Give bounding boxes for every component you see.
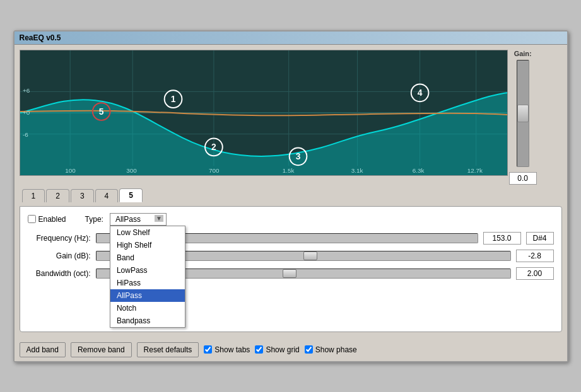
svg-text:1: 1 [170, 94, 175, 104]
add-band-button[interactable]: Add band [20, 342, 66, 357]
show-grid-label: Show grid [266, 345, 299, 354]
type-row: Enabled Type: AllPass Low Shelf High She… [28, 213, 554, 226]
svg-text:700: 700 [208, 167, 219, 174]
bandwidth-row: Bandwidth (oct): 2.00 [28, 267, 554, 280]
svg-text:2: 2 [211, 142, 216, 152]
type-select-button[interactable]: AllPass [110, 213, 167, 226]
gain-db-label: Gain (dB): [28, 251, 91, 260]
svg-text:+6: +6 [22, 87, 30, 94]
gain-value-box: 0.0 [509, 172, 537, 185]
svg-text:1.5k: 1.5k [282, 167, 294, 174]
show-grid-group: Show grid [255, 345, 299, 354]
bandwidth-label: Bandwidth (oct): [28, 269, 91, 278]
type-label: Type: [85, 215, 103, 224]
svg-text:4: 4 [417, 88, 422, 98]
show-tabs-checkbox[interactable] [204, 345, 212, 354]
type-dropdown-menu: Low Shelf High Shelf Band LowPass HiPass… [110, 226, 185, 328]
left-panel: 1 2 3 4 5 +6 +0 -6 1 [20, 50, 562, 332]
dropdown-item-highshelf[interactable]: High Shelf [110, 239, 185, 251]
svg-text:300: 300 [126, 167, 137, 174]
gain-value: -2.8 [516, 250, 554, 262]
enabled-checkbox-group: Enabled [28, 215, 66, 224]
bottom-bar: Add band Remove band Reset defaults Show… [15, 337, 567, 361]
svg-text:5: 5 [98, 106, 103, 116]
tab-4[interactable]: 4 [95, 189, 119, 202]
enabled-checkbox[interactable] [28, 215, 36, 223]
show-phase-group: Show phase [305, 345, 357, 354]
show-tabs-group: Show tabs [204, 345, 250, 354]
tab-2[interactable]: 2 [46, 189, 69, 202]
svg-text:3.1k: 3.1k [351, 167, 363, 174]
graph-container: 1 2 3 4 5 +6 +0 -6 1 [20, 50, 562, 185]
show-phase-label: Show phase [315, 345, 357, 354]
gain-panel: Gain: 0.0 [512, 50, 534, 185]
tab-1[interactable]: 1 [22, 189, 45, 202]
remove-band-button[interactable]: Remove band [71, 342, 132, 357]
bandwidth-value: 2.00 [516, 267, 554, 280]
svg-text:12.7k: 12.7k [467, 167, 482, 174]
reset-defaults-button[interactable]: Reset defaults [137, 342, 199, 357]
frequency-note: D#4 [526, 232, 554, 245]
eq-graph[interactable]: 1 2 3 4 5 +6 +0 -6 1 [20, 50, 508, 176]
dropdown-item-bandpass[interactable]: Bandpass [110, 314, 185, 327]
dropdown-item-hipass[interactable]: HiPass [110, 277, 185, 289]
bandwidth-slider-thumb[interactable] [283, 269, 296, 278]
tabs-row: 1 2 3 4 5 [20, 188, 562, 202]
gain-row: Gain (dB): -2.8 [28, 250, 554, 262]
svg-text:-6: -6 [22, 130, 28, 137]
frequency-label: Frequency (Hz): [28, 234, 91, 243]
enabled-label: Enabled [38, 215, 66, 224]
gain-label: Gain: [514, 50, 532, 57]
dropdown-item-lowpass[interactable]: LowPass [110, 264, 185, 277]
frequency-row: Frequency (Hz): 153.0 D#4 [28, 232, 554, 245]
frequency-value: 153.0 [483, 232, 521, 245]
main-window: ReaEQ v0.5 [13, 30, 568, 362]
tab-3[interactable]: 3 [71, 189, 94, 202]
dropdown-item-allpass[interactable]: AllPass [110, 289, 185, 302]
gain-slider-track[interactable] [517, 60, 529, 167]
window-title: ReaEQ v0.5 [20, 33, 61, 42]
show-grid-checkbox[interactable] [255, 345, 263, 354]
gain-slider-thumb[interactable] [517, 105, 529, 122]
controls-panel: Enabled Type: AllPass Low Shelf High She… [20, 206, 562, 332]
svg-text:100: 100 [65, 167, 76, 174]
svg-text:3: 3 [295, 151, 300, 161]
eq-canvas: 1 2 3 4 5 +6 +0 -6 1 [20, 50, 507, 175]
type-select-wrapper: AllPass Low Shelf High Shelf Band LowPas… [110, 213, 167, 226]
title-bar: ReaEQ v0.5 [15, 32, 567, 45]
svg-text:+0: +0 [22, 108, 30, 115]
show-tabs-label: Show tabs [214, 345, 250, 354]
dropdown-item-band[interactable]: Band [110, 251, 185, 264]
svg-text:6.3k: 6.3k [412, 167, 424, 174]
dropdown-item-lowshelf[interactable]: Low Shelf [110, 226, 185, 239]
gain-slider-thumb-hz[interactable] [303, 251, 317, 260]
dropdown-item-notch[interactable]: Notch [110, 302, 185, 314]
show-phase-checkbox[interactable] [305, 345, 313, 354]
tab-5[interactable]: 5 [119, 188, 143, 202]
main-content: 1 2 3 4 5 +6 +0 -6 1 [15, 45, 567, 337]
